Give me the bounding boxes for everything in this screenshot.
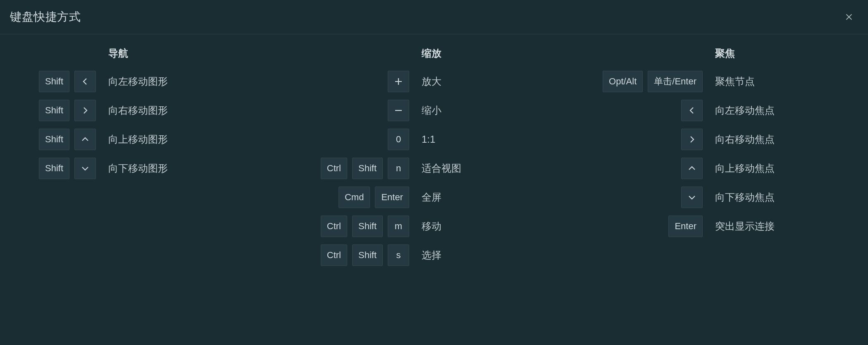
column-zoom-rows: 放大缩小01:1CtrlShiftn适合视图CmdEnter全屏CtrlShif…	[306, 71, 562, 273]
chevron-right-icon	[80, 105, 90, 115]
plus-icon	[393, 77, 403, 86]
shortcut-keys: Shift	[17, 129, 96, 150]
shortcut-row: CmdEnter全屏	[306, 187, 562, 208]
shortcut-row: 向上移动焦点	[595, 158, 851, 179]
close-icon	[844, 12, 854, 22]
shortcut-label: 向下移动焦点	[715, 191, 775, 204]
shortcut-label: 缩小	[422, 104, 441, 117]
shortcut-label: 向上移动焦点	[715, 162, 775, 175]
shortcut-keys: Shift	[17, 100, 96, 121]
shortcut-keys	[570, 187, 703, 208]
key-chevron-up	[74, 129, 96, 150]
shortcut-row: 01:1	[306, 129, 562, 150]
shortcut-label: 放大	[422, 75, 441, 88]
column-navigation-header: 导航	[108, 47, 273, 60]
chevron-up-icon	[80, 134, 90, 144]
shortcut-keys: CtrlShiftm	[281, 216, 409, 237]
key-enter: Enter	[375, 187, 409, 208]
key-0: 0	[388, 129, 409, 150]
shortcut-label: 移动	[422, 220, 441, 233]
chevron-up-icon	[687, 163, 697, 173]
shortcut-label: 全屏	[422, 191, 441, 204]
key-plus	[388, 71, 409, 92]
key-s: s	[388, 244, 409, 266]
key-shift: Shift	[39, 129, 69, 150]
key-ctrl: Ctrl	[321, 216, 347, 237]
shortcut-keys: Enter	[570, 216, 703, 237]
chevron-down-icon	[687, 192, 697, 202]
key-shift: Shift	[39, 158, 69, 179]
key-shift: Shift	[352, 244, 383, 266]
shortcut-row: CtrlShiftm移动	[306, 216, 562, 237]
shortcut-label: 向右移动焦点	[715, 133, 775, 146]
key-chevron-right	[681, 129, 703, 150]
shortcut-row: Shift向左移动图形	[17, 71, 273, 92]
key-ctrl: Ctrl	[321, 158, 347, 179]
shortcut-label: 聚焦节点	[715, 75, 755, 88]
shortcuts-content: 导航 Shift向左移动图形Shift向右移动图形Shift向上移动图形Shif…	[0, 34, 868, 273]
key-chevron-up	[681, 158, 703, 179]
chevron-left-icon	[687, 105, 697, 115]
shortcut-row: CtrlShifts选择	[306, 244, 562, 266]
shortcut-row: Enter突出显示连接	[595, 216, 851, 237]
shortcut-row: 向右移动焦点	[595, 129, 851, 150]
key-chevron-down	[681, 187, 703, 208]
key-n: n	[388, 158, 409, 179]
key--enter: 单击/Enter	[648, 71, 703, 92]
titlebar: 键盘快捷方式	[0, 0, 868, 34]
column-zoom-header: 缩放	[422, 47, 562, 60]
shortcut-row: CtrlShiftn适合视图	[306, 158, 562, 179]
minus-icon	[393, 105, 403, 115]
shortcut-keys: CtrlShifts	[281, 244, 409, 266]
shortcut-keys: CtrlShiftn	[281, 158, 409, 179]
key-chevron-down	[74, 158, 96, 179]
column-focus: 聚焦 Opt/Alt单击/Enter聚焦节点向左移动焦点向右移动焦点向上移动焦点…	[579, 47, 868, 273]
shortcut-label: 向左移动焦点	[715, 104, 775, 117]
shortcut-row: 向下移动焦点	[595, 187, 851, 208]
shortcut-row: Shift向右移动图形	[17, 100, 273, 121]
key-m: m	[388, 216, 409, 237]
shortcut-label: 选择	[422, 249, 441, 262]
shortcut-label: 向右移动图形	[108, 104, 168, 117]
chevron-left-icon	[80, 77, 90, 86]
shortcut-keys	[570, 100, 703, 121]
shortcut-row: 向左移动焦点	[595, 100, 851, 121]
shortcut-keys	[281, 71, 409, 92]
key-minus	[388, 100, 409, 121]
column-focus-rows: Opt/Alt单击/Enter聚焦节点向左移动焦点向右移动焦点向上移动焦点向下移…	[595, 71, 851, 244]
column-navigation-rows: Shift向左移动图形Shift向右移动图形Shift向上移动图形Shift向下…	[17, 71, 273, 187]
shortcut-keys: Shift	[17, 158, 96, 179]
shortcut-keys: Shift	[17, 71, 96, 92]
column-focus-header: 聚焦	[715, 47, 851, 60]
shortcut-keys	[570, 129, 703, 150]
shortcut-keys	[570, 158, 703, 179]
key-shift: Shift	[352, 216, 383, 237]
shortcut-keys: Opt/Alt单击/Enter	[570, 71, 703, 92]
shortcut-label: 突出显示连接	[715, 220, 775, 233]
shortcut-row: Opt/Alt单击/Enter聚焦节点	[595, 71, 851, 92]
shortcut-label: 向上移动图形	[108, 133, 168, 146]
shortcut-label: 适合视图	[422, 162, 461, 175]
shortcut-label: 向下移动图形	[108, 162, 168, 175]
column-navigation: 导航 Shift向左移动图形Shift向右移动图形Shift向上移动图形Shif…	[0, 47, 289, 273]
chevron-down-icon	[80, 163, 90, 173]
key-chevron-left	[681, 100, 703, 121]
key-shift: Shift	[39, 100, 69, 121]
key-chevron-left	[74, 71, 96, 92]
shortcut-keys: 0	[281, 129, 409, 150]
shortcut-row: Shift向下移动图形	[17, 158, 273, 179]
key-shift: Shift	[39, 71, 69, 92]
key-shift: Shift	[352, 158, 383, 179]
key-ctrl: Ctrl	[321, 244, 347, 266]
key-chevron-right	[74, 100, 96, 121]
shortcut-row: 放大	[306, 71, 562, 92]
key-cmd: Cmd	[339, 187, 370, 208]
shortcut-keys	[281, 100, 409, 121]
shortcut-label: 1:1	[422, 134, 435, 145]
close-button[interactable]	[842, 10, 856, 24]
shortcut-row: 缩小	[306, 100, 562, 121]
shortcut-row: Shift向上移动图形	[17, 129, 273, 150]
key-opt-alt: Opt/Alt	[603, 71, 643, 92]
shortcut-label: 向左移动图形	[108, 75, 168, 88]
shortcut-keys: CmdEnter	[281, 187, 409, 208]
